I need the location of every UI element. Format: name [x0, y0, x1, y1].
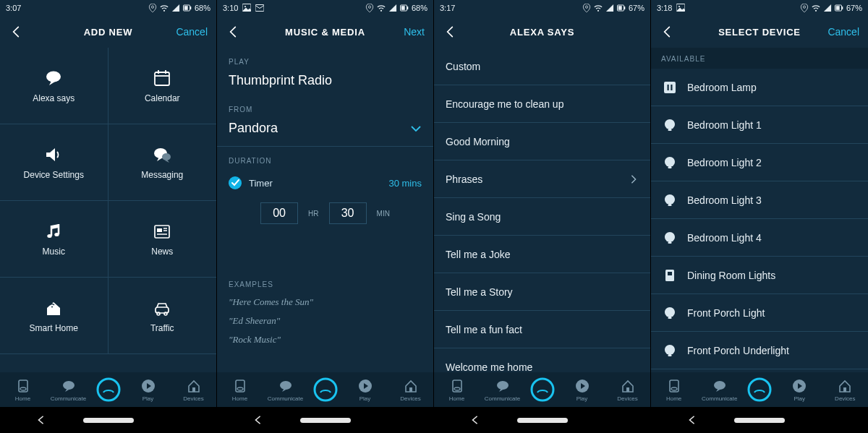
bulb-icon: [663, 155, 677, 170]
location-icon: [148, 4, 157, 12]
checkmark-icon: [229, 176, 242, 189]
wifi-icon: [594, 4, 603, 12]
system-back-button[interactable]: [36, 415, 46, 425]
nav-alexa-button[interactable]: [747, 377, 772, 402]
device-row[interactable]: Front Porch Light: [651, 294, 868, 332]
tile-label: Calendar: [145, 93, 180, 103]
tile-music[interactable]: Music: [0, 201, 109, 278]
device-name: Bedroom Light 1: [687, 119, 762, 131]
play-input[interactable]: Thumbprint Radio: [217, 70, 433, 95]
chevron-right-icon: [629, 173, 639, 185]
battery-icon: [183, 4, 192, 12]
device-row[interactable]: Bedroom Light 4: [651, 219, 868, 257]
chevron-left-icon: [36, 415, 46, 425]
tile-news[interactable]: News: [109, 201, 217, 278]
list-item-label: Tell me a Story: [446, 286, 513, 298]
next-button[interactable]: Next: [404, 26, 425, 38]
nav-devices[interactable]: Devices: [827, 378, 863, 402]
list-item-label: Welcome me home: [446, 361, 532, 373]
back-button[interactable]: [226, 23, 243, 40]
nav-play[interactable]: Play: [130, 378, 166, 402]
bottom-nav: Home Communicate Play Devices: [651, 372, 868, 407]
device-row[interactable]: Bedroom Lamp: [651, 69, 868, 106]
photo-icon: [676, 4, 685, 12]
nav-communicate[interactable]: Communicate: [702, 378, 738, 402]
system-back-button[interactable]: [470, 415, 480, 425]
page-title: ALEXA SAYS: [434, 27, 650, 38]
nav-home[interactable]: Home: [5, 378, 41, 402]
tile-calendar[interactable]: Calendar: [109, 48, 217, 124]
device-row[interactable]: Bedroom Light 2: [651, 144, 868, 181]
messaging-icon: [152, 145, 172, 164]
status-bar: 3:18 67%: [651, 0, 868, 16]
tile-label: Device Settings: [24, 170, 84, 180]
list-item[interactable]: Tell me a fun fact: [434, 311, 650, 348]
device-row[interactable]: Dining Room Lights: [651, 257, 868, 294]
status-time: 3:07: [6, 4, 21, 12]
tile-alexa-says[interactable]: Alexa says: [0, 48, 109, 124]
list-item[interactable]: Tell me a Joke: [434, 236, 650, 273]
from-label: FROM: [217, 95, 433, 118]
bottom-nav: Home Communicate Play Devices: [217, 372, 433, 407]
list-item[interactable]: Sing a Song: [434, 198, 650, 236]
hours-input[interactable]: 00: [260, 202, 298, 224]
back-button[interactable]: [660, 23, 677, 40]
examples-label: EXAMPLES: [217, 270, 433, 293]
minutes-input[interactable]: 30: [329, 202, 367, 224]
system-back-button[interactable]: [253, 415, 263, 425]
tile-messaging[interactable]: Messaging: [109, 124, 217, 201]
device-row[interactable]: Bedroom Light 1: [651, 106, 868, 144]
tile-device-settings[interactable]: Device Settings: [0, 124, 109, 201]
nav-communicate[interactable]: Communicate: [485, 378, 521, 402]
location-icon: [365, 4, 374, 12]
cancel-button[interactable]: Cancel: [176, 26, 208, 38]
timer-toggle-row[interactable]: Timer 30 mins: [217, 169, 433, 197]
nav-home[interactable]: Home: [222, 378, 258, 402]
status-bar: 3:10 68%: [217, 0, 433, 16]
system-home-pill[interactable]: [83, 418, 134, 423]
list-item[interactable]: Tell me a Story: [434, 273, 650, 311]
device-name: Dining Room Lights: [687, 270, 775, 281]
back-button[interactable]: [443, 23, 460, 40]
system-home-pill[interactable]: [300, 418, 351, 423]
list-item[interactable]: Phrases: [434, 160, 650, 198]
nav-communicate[interactable]: Communicate: [268, 378, 304, 402]
system-home-pill[interactable]: [734, 418, 785, 423]
list-item[interactable]: Welcome me home: [434, 348, 650, 372]
nav-devices[interactable]: Devices: [176, 378, 212, 402]
nav-communicate[interactable]: Communicate: [51, 378, 87, 402]
tile-traffic[interactable]: Traffic: [109, 278, 217, 354]
system-home-pill[interactable]: [517, 418, 568, 423]
app-bar: ADD NEW Cancel: [0, 16, 216, 48]
bulb-icon: [663, 193, 677, 207]
nav-home[interactable]: Home: [656, 378, 692, 402]
nav-play[interactable]: Play: [347, 378, 383, 402]
cancel-button[interactable]: Cancel: [827, 26, 859, 38]
tile-label: Smart Home: [30, 323, 78, 333]
device-name: Bedroom Light 4: [687, 232, 762, 244]
nav-home[interactable]: Home: [439, 378, 475, 402]
list-item[interactable]: Good Morning: [434, 123, 650, 160]
list-item[interactable]: Encourage me to clean up: [434, 85, 650, 123]
tile-smart-home[interactable]: Smart Home: [0, 278, 109, 354]
nav-play[interactable]: Play: [564, 378, 600, 402]
nav-devices[interactable]: Devices: [393, 378, 429, 402]
system-nav: [651, 407, 868, 433]
system-back-button[interactable]: [687, 415, 697, 425]
back-button[interactable]: [9, 23, 26, 40]
device-row[interactable]: Front Porch Underlight: [651, 332, 868, 369]
nav-play[interactable]: Play: [781, 378, 817, 402]
duration-picker: 00 HR 30 MIN: [217, 197, 433, 237]
app-bar: MUSIC & MEDIA Next: [217, 16, 433, 48]
alexa-ring-icon: [96, 377, 121, 402]
app-bar: SELECT DEVICE Cancel: [651, 16, 868, 48]
from-select[interactable]: Pandora: [217, 118, 433, 146]
minutes-unit: MIN: [377, 210, 390, 218]
nav-alexa-button[interactable]: [313, 377, 338, 402]
nav-devices[interactable]: Devices: [610, 378, 646, 402]
play-label: PLAY: [217, 48, 433, 70]
device-row[interactable]: Bedroom Light 3: [651, 181, 868, 219]
list-item[interactable]: Custom: [434, 48, 650, 85]
nav-alexa-button[interactable]: [530, 377, 555, 402]
nav-alexa-button[interactable]: [96, 377, 121, 402]
